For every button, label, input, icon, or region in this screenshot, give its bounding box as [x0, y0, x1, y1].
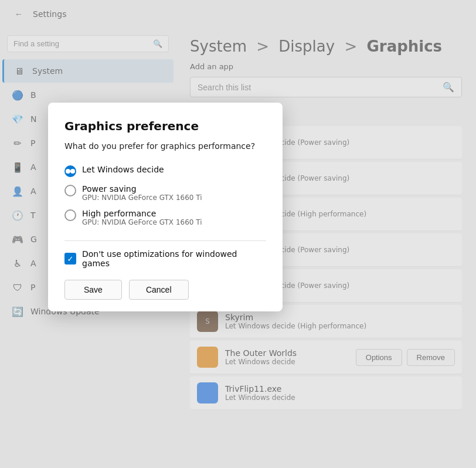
checkbox-row-optimizations[interactable]: ✓ Don't use optimizations for windowed g… [64, 249, 266, 268]
cancel-button[interactable]: Cancel [129, 280, 189, 300]
graphics-preference-dialog: Graphics preference What do you prefer f… [48, 103, 283, 311]
radio-item-high-performance[interactable]: High performance GPU: NVIDIA GeForce GTX… [64, 205, 266, 230]
checkmark-icon: ✓ [67, 255, 74, 263]
dialog-question: What do you prefer for graphics performa… [64, 141, 266, 151]
radio-label-power-saving: Power saving [82, 184, 202, 194]
radio-circle-high-performance [64, 209, 76, 221]
save-button[interactable]: Save [64, 280, 122, 300]
radio-label-high-performance: High performance [82, 209, 202, 218]
radio-label-windows-decide: Let Windows decide [82, 165, 164, 174]
radio-sublabel-power-saving: GPU: NVIDIA GeForce GTX 1660 Ti [82, 194, 202, 202]
checkbox-label-optimizations: Don't use optimizations for windowed gam… [82, 249, 266, 268]
dialog-title: Graphics preference [64, 119, 266, 133]
dialog-footer: Save Cancel [64, 280, 266, 300]
radio-item-power-saving[interactable]: Power saving GPU: NVIDIA GeForce GTX 166… [64, 181, 266, 205]
radio-group: Let Windows decide Power saving GPU: NVI… [64, 161, 266, 230]
radio-circle-power-saving [64, 185, 76, 196]
divider [64, 240, 266, 241]
checkbox-optimizations[interactable]: ✓ [64, 253, 76, 264]
radio-circle-windows-decide [64, 165, 76, 177]
radio-item-windows-decide[interactable]: Let Windows decide [64, 161, 266, 181]
radio-sublabel-high-performance: GPU: NVIDIA GeForce GTX 1660 Ti [82, 218, 202, 226]
